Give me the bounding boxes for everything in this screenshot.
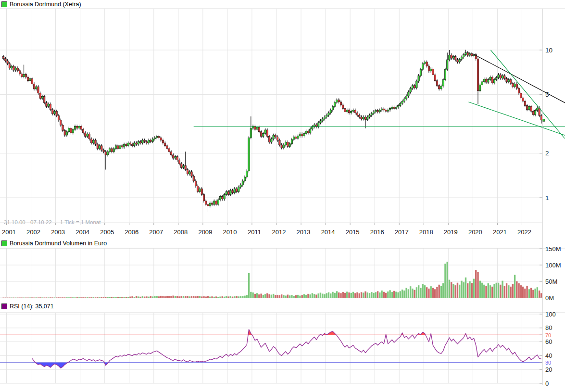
svg-text:2012: 2012 — [272, 228, 286, 236]
svg-text:2010: 2010 — [223, 228, 237, 236]
svg-text:2019: 2019 — [444, 228, 458, 236]
svg-text:1: 1 — [545, 194, 549, 202]
svg-text:2013: 2013 — [297, 228, 311, 236]
date-range-text: 31.10.00 - 07.10.22 — [4, 219, 52, 225]
svg-text:5: 5 — [545, 91, 549, 98]
svg-text:2021: 2021 — [493, 228, 507, 236]
svg-text:2004: 2004 — [75, 228, 89, 236]
volume-series-legend-swatch — [1, 240, 7, 246]
svg-text:2017: 2017 — [395, 228, 409, 236]
svg-text:0: 0 — [545, 380, 549, 387]
svg-text:2009: 2009 — [198, 228, 212, 236]
svg-text:2016: 2016 — [370, 228, 384, 236]
svg-text:2006: 2006 — [125, 228, 138, 236]
price-panel-header: Borussia Dortmund (Xetra) — [1, 1, 81, 8]
svg-text:0M: 0M — [545, 294, 554, 302]
rsi-series-legend-swatch — [1, 303, 7, 309]
svg-text:20: 20 — [545, 366, 552, 373]
svg-text:2003: 2003 — [51, 228, 65, 236]
rsi-panel-label: RSI (14): 35,071 — [10, 303, 54, 310]
svg-text:2001: 2001 — [2, 228, 16, 236]
svg-text:40: 40 — [545, 352, 552, 359]
rsi-panel-header: RSI (14): 35,071 — [1, 303, 54, 310]
svg-text:70: 70 — [545, 332, 551, 338]
svg-text:2005: 2005 — [100, 228, 114, 236]
price-panel-title: Borussia Dortmund (Xetra) — [10, 1, 81, 8]
svg-text:100M: 100M — [545, 262, 561, 269]
svg-text:80: 80 — [545, 324, 552, 331]
svg-text:60: 60 — [545, 338, 552, 345]
svg-text:2018: 2018 — [419, 228, 433, 236]
svg-text:150M: 150M — [545, 245, 561, 253]
volume-panel-header: Borussia Dortmund Volumen in Euro — [1, 240, 107, 247]
chart-canvas[interactable]: 10521150M100M50M0M1008070604030200200120… — [0, 0, 565, 392]
svg-text:50M: 50M — [545, 278, 557, 285]
svg-text:2011: 2011 — [248, 228, 261, 236]
svg-text:2014: 2014 — [321, 228, 335, 236]
svg-text:10: 10 — [545, 47, 552, 54]
svg-text:2022: 2022 — [517, 228, 531, 236]
svg-text:30: 30 — [545, 360, 551, 366]
chart-application: Borussia Dortmund (Xetra) Borussia Dortm… — [0, 0, 565, 392]
svg-text:2: 2 — [545, 150, 549, 157]
svg-text:2007: 2007 — [149, 228, 163, 236]
tick-interval-text: 1 Tick = 1 Monat — [60, 219, 101, 225]
info-divider — [56, 219, 56, 226]
price-series-legend-swatch — [1, 1, 7, 7]
svg-text:2008: 2008 — [174, 228, 188, 236]
svg-text:100: 100 — [545, 311, 556, 318]
svg-text:2002: 2002 — [26, 228, 40, 236]
volume-panel-title: Borussia Dortmund Volumen in Euro — [10, 240, 107, 247]
chart-range-info: 31.10.00 - 07.10.22 1 Tick = 1 Monat — [4, 219, 100, 226]
svg-text:2020: 2020 — [468, 228, 482, 236]
svg-text:2015: 2015 — [346, 228, 360, 236]
